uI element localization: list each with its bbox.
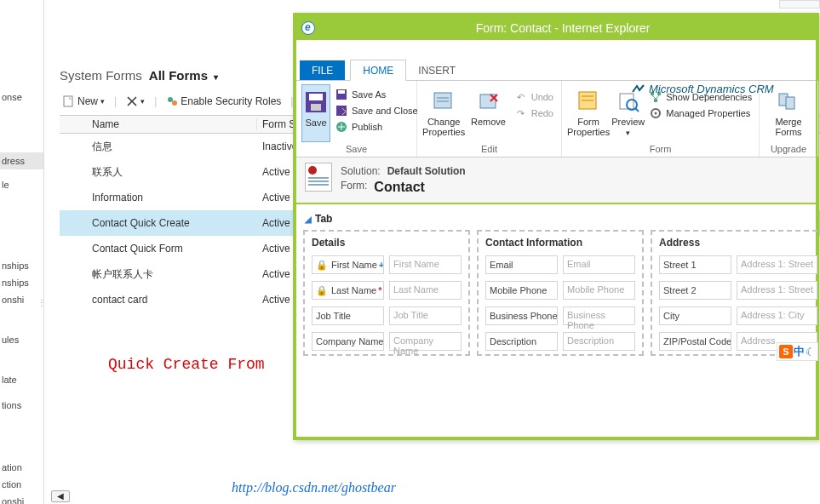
nav-item[interactable]: onshi	[0, 493, 43, 504]
nav-item[interactable]: ation	[0, 459, 43, 476]
nav-item[interactable]: onse	[0, 89, 43, 106]
field-input[interactable]: Address 1: City	[737, 306, 817, 325]
nav-item[interactable]: nships	[0, 257, 43, 274]
svg-rect-29	[786, 97, 794, 109]
field-input[interactable]: Job Title	[389, 306, 462, 325]
field-label[interactable]: ZIP/Postal Code	[659, 332, 731, 351]
field-label[interactable]: 🔒First Name+	[312, 255, 384, 274]
form-properties-icon	[575, 88, 602, 115]
nav-item[interactable]: nships	[0, 274, 43, 291]
footer-link[interactable]: http://blog.csdn.net/ghostbear	[232, 480, 396, 495]
redo-icon: ↷	[514, 106, 528, 120]
svg-point-2	[172, 100, 177, 106]
form-field-row[interactable]: Street 2Address 1: Street	[652, 278, 820, 303]
chevron-down-icon: ▾	[140, 97, 145, 106]
tab-insert[interactable]: INSERT	[406, 60, 467, 80]
nav-item[interactable]: ction	[0, 476, 43, 493]
save-button[interactable]: Save	[301, 84, 330, 142]
field-input[interactable]: Address 1: Street	[737, 281, 817, 300]
required-star-icon: *	[378, 285, 381, 295]
ime-moon-icon: ☾	[806, 346, 816, 358]
gear-icon	[649, 106, 662, 120]
field-input[interactable]: Company Name	[389, 332, 462, 351]
plus-icon: +	[379, 260, 384, 270]
form-properties-button[interactable]: Form Properties	[567, 84, 610, 142]
redo-button[interactable]: ↷Redo	[512, 106, 556, 121]
field-label[interactable]: Business Phone	[485, 306, 558, 325]
tab-file[interactable]: FILE	[300, 60, 345, 80]
field-label[interactable]: Street 1	[659, 255, 731, 274]
svg-line-22	[635, 108, 639, 112]
svg-rect-10	[338, 90, 345, 94]
svg-point-27	[655, 112, 657, 115]
form-field-row[interactable]: Business PhoneBusiness Phone	[479, 303, 642, 329]
lock-icon: 🔒	[316, 260, 328, 271]
form-field-row[interactable]: 🔒Last Name*Last Name	[305, 278, 468, 303]
form-field-row[interactable]: DescriptionDescription	[479, 329, 642, 354]
form-canvas: ◢ Tab Details🔒First Name+First Name🔒Last…	[296, 204, 816, 361]
ie-body: Microsoft Dynamics CRM FILE HOME INSERT …	[296, 40, 816, 437]
field-input[interactable]: Mobile Phone	[563, 281, 635, 300]
new-button[interactable]: New ▾	[60, 94, 108, 109]
form-section[interactable]: Contact InformationEmailEmailMobile Phon…	[477, 230, 644, 356]
column-name[interactable]: Name	[87, 118, 257, 130]
nav-item[interactable]: dress	[0, 152, 43, 169]
chevron-down-icon: ▾	[214, 72, 218, 82]
field-label[interactable]: Description	[485, 332, 558, 351]
ime-s-icon: S	[779, 345, 793, 358]
field-label[interactable]: City	[659, 306, 731, 325]
form-field-row[interactable]: CityAddress 1: City	[652, 303, 820, 329]
field-input[interactable]: Address 1: Street	[737, 255, 817, 274]
grid-toolbar: New ▾ | ▾ | Enable Security Roles |	[60, 94, 318, 109]
field-input[interactable]: Business Phone	[563, 306, 635, 325]
ie-titlebar[interactable]: Form: Contact - Internet Explorer	[296, 16, 816, 40]
undo-icon: ↶	[514, 90, 528, 104]
save-as-button[interactable]: Save As	[332, 87, 421, 102]
delete-button[interactable]: ▾	[123, 94, 148, 109]
form-field-row[interactable]: Mobile PhoneMobile Phone	[479, 278, 642, 303]
nav-item[interactable]: le	[0, 176, 43, 193]
remove-button[interactable]: Remove	[467, 84, 509, 142]
section-title: Contact Information	[479, 232, 642, 252]
field-input[interactable]: First Name	[389, 255, 462, 274]
field-label[interactable]: 🔒Last Name*	[312, 281, 384, 300]
field-label[interactable]: Job Title	[312, 306, 384, 325]
managed-properties-button[interactable]: Managed Properties	[646, 106, 754, 121]
save-close-button[interactable]: Save and Close	[332, 103, 421, 118]
form-tab-header[interactable]: ◢ Tab	[305, 213, 809, 225]
delete-icon	[126, 95, 138, 107]
crm-logo-icon	[632, 83, 645, 95]
enable-security-button[interactable]: Enable Security Roles	[163, 94, 284, 109]
form-section[interactable]: Details🔒First Name+First Name🔒Last Name*…	[303, 230, 470, 356]
ime-badge[interactable]: S 中 ☾	[777, 342, 818, 361]
change-properties-button[interactable]: Change Properties	[422, 84, 465, 142]
svg-rect-13	[434, 93, 451, 108]
form-field-row[interactable]: Company NameCompany Name	[305, 329, 468, 354]
field-input[interactable]: Email	[563, 255, 635, 274]
field-label[interactable]: Street 2	[659, 281, 731, 300]
publish-button[interactable]: Publish	[332, 119, 421, 135]
field-label[interactable]: Email	[485, 255, 558, 274]
breadcrumb: System Forms All Forms ▾	[60, 68, 218, 83]
scroll-left-button[interactable]: ◀	[51, 490, 70, 502]
ie-icon	[301, 21, 315, 35]
field-input[interactable]: Description	[563, 332, 635, 351]
form-section[interactable]: AddressStreet 1Address 1: StreetStreet 2…	[651, 230, 820, 356]
field-label[interactable]: Mobile Phone	[485, 281, 558, 300]
merge-icon	[775, 88, 802, 115]
left-nav-sidebar: onse dress le nships nships onshi ules l…	[0, 0, 44, 504]
nav-item[interactable]: late	[0, 371, 43, 388]
undo-button[interactable]: ↶Undo	[512, 89, 556, 105]
nav-item[interactable]: ules	[0, 331, 43, 348]
nav-item[interactable]: tions	[0, 397, 43, 414]
field-label[interactable]: Company Name	[312, 332, 384, 351]
form-field-row[interactable]: Street 1Address 1: Street	[652, 252, 820, 278]
security-icon	[166, 95, 178, 107]
field-input[interactable]: Last Name	[389, 281, 462, 300]
form-field-row[interactable]: 🔒First Name+First Name	[305, 252, 468, 278]
svg-rect-25	[654, 99, 657, 102]
form-field-row[interactable]: Job TitleJob Title	[305, 303, 468, 329]
tab-home[interactable]: HOME	[350, 60, 406, 81]
form-field-row[interactable]: EmailEmail	[479, 252, 642, 278]
view-filter[interactable]: All Forms ▾	[149, 68, 218, 83]
